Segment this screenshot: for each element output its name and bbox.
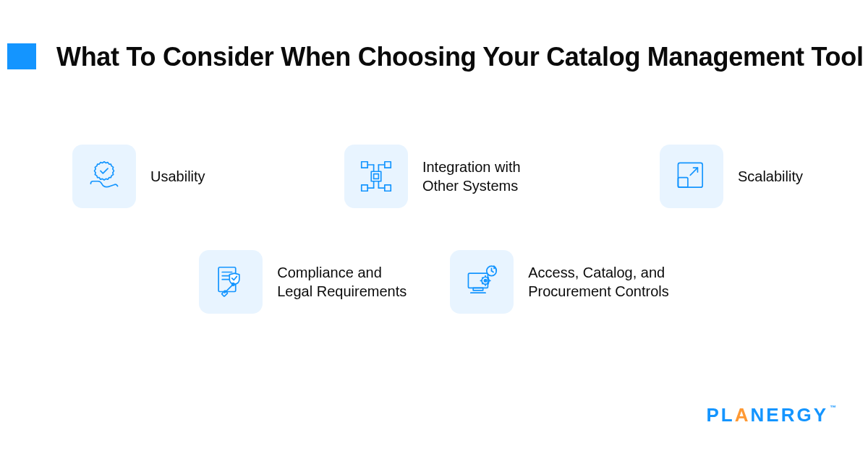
svg-line-35 (482, 283, 483, 284)
page-title: What To Consider When Choosing Your Cata… (56, 40, 864, 73)
item-label: Compliance andLegal Requirements (277, 263, 407, 301)
svg-rect-25 (473, 288, 483, 290)
items-grid: Usability (0, 145, 868, 314)
item-label: Scalability (738, 167, 803, 186)
svg-line-16 (690, 168, 697, 175)
item-label: Usability (150, 167, 205, 186)
item-scalability: Scalability (660, 145, 803, 208)
logo-text: PLANERGY (707, 404, 828, 426)
item-label: Integration withOther Systems (422, 158, 521, 195)
item-usability: Usability (72, 145, 205, 208)
svg-line-36 (488, 278, 489, 278)
item-integration: Integration withOther Systems (344, 145, 521, 208)
svg-rect-4 (362, 185, 367, 191)
integration-icon (344, 145, 408, 208)
item-compliance: Compliance andLegal Requirements (199, 250, 407, 314)
svg-point-23 (232, 283, 234, 285)
usability-icon (72, 145, 136, 208)
svg-line-33 (482, 278, 483, 278)
svg-rect-1 (374, 174, 379, 179)
svg-rect-3 (385, 162, 391, 168)
svg-line-34 (488, 283, 489, 284)
svg-rect-0 (371, 171, 381, 181)
svg-point-28 (485, 280, 487, 282)
svg-rect-15 (678, 178, 688, 188)
header: What To Consider When Choosing Your Cata… (0, 0, 868, 73)
access-controls-icon (450, 250, 514, 314)
logo-tm: ™ (830, 404, 836, 411)
scalability-icon (660, 145, 723, 208)
row-bottom: Compliance andLegal Requirements (0, 250, 868, 314)
svg-rect-5 (385, 185, 391, 191)
svg-line-39 (492, 271, 494, 272)
svg-rect-2 (362, 162, 367, 168)
accent-bar (7, 43, 36, 69)
compliance-icon (199, 250, 263, 314)
brand-logo: PLANERGY™ (707, 404, 836, 426)
row-top: Usability (0, 145, 868, 208)
item-label: Access, Catalog, andProcurement Controls (528, 263, 669, 301)
item-access-controls: Access, Catalog, andProcurement Controls (450, 250, 669, 314)
